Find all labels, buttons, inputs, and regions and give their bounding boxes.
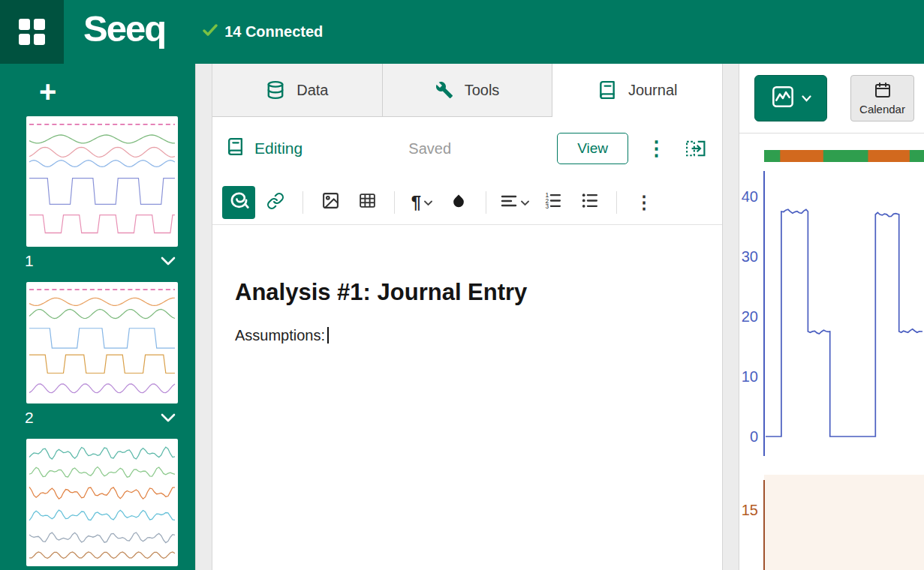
right-panel-gutter xyxy=(722,64,739,570)
worksheet-label: 1 xyxy=(25,252,34,270)
text-color-button[interactable] xyxy=(442,186,475,219)
editing-mode-indicator: Editing xyxy=(226,137,302,160)
toolbar-separator xyxy=(302,191,303,214)
chevron-down-icon xyxy=(521,196,529,209)
left-panel-gutter xyxy=(195,64,212,570)
line-chart-icon xyxy=(771,85,795,112)
journal-overflow-menu-icon[interactable]: ⋮ xyxy=(646,139,667,159)
toolbar-separator xyxy=(394,191,395,214)
align-button[interactable] xyxy=(497,186,532,219)
tab-label: Journal xyxy=(628,82,678,99)
trend-chart-svg: 40302010015 xyxy=(739,134,924,570)
editing-label: Editing xyxy=(254,140,302,158)
tab-tools[interactable]: Tools xyxy=(383,64,553,116)
chevron-down-icon xyxy=(802,92,811,105)
database-icon xyxy=(266,80,285,100)
bullet-list-icon xyxy=(580,191,599,213)
worksheet-thumbnail-2[interactable] xyxy=(26,282,178,404)
svg-text:30: 30 xyxy=(742,248,758,265)
editor-toolbar: ¶ xyxy=(212,180,722,225)
svg-text:10: 10 xyxy=(742,368,758,385)
svg-text:3: 3 xyxy=(545,202,549,210)
worksheet-menu-chevron-icon[interactable] xyxy=(161,413,176,422)
seeq-app: Seeq 14 Connected + 1 2 xyxy=(0,0,924,570)
link-icon xyxy=(266,192,284,213)
trend-chart[interactable]: 40302010015 xyxy=(739,134,924,570)
journal-panel: Data Tools Journal xyxy=(212,64,722,570)
calendar-button[interactable]: Calendar xyxy=(850,75,914,122)
connected-label: 14 Connected xyxy=(224,23,323,40)
calendar-icon xyxy=(874,81,892,101)
insert-link-button[interactable] xyxy=(259,186,292,219)
journal-book-icon xyxy=(226,137,245,160)
worksheet-row-1: 1 xyxy=(25,250,176,272)
align-left-icon xyxy=(500,192,518,213)
chevron-down-icon xyxy=(424,196,432,209)
add-worksheet-button[interactable]: + xyxy=(39,77,65,106)
overflow-menu-icon: ⋮ xyxy=(635,194,653,212)
ordered-list-button[interactable]: 123 xyxy=(536,186,569,219)
paragraph-style-button[interactable]: ¶ xyxy=(405,186,438,219)
view-button[interactable]: View xyxy=(557,133,628,164)
image-icon xyxy=(321,191,340,213)
worksheet-label: 2 xyxy=(25,409,34,427)
svg-text:0: 0 xyxy=(750,428,758,445)
worksheet-thumbnail-3[interactable] xyxy=(26,439,178,566)
worksheet-row-2: 2 xyxy=(25,407,176,428)
worksheet-preview-image-1 xyxy=(26,116,178,247)
droplet-icon xyxy=(450,193,467,212)
svg-text:40: 40 xyxy=(742,188,758,205)
trend-toolbar: Calendar xyxy=(739,64,924,134)
worksheet-thumbnail-1[interactable] xyxy=(26,116,178,247)
panel-tabs: Data Tools Journal xyxy=(212,64,722,117)
table-icon xyxy=(358,191,377,213)
toolbar-overflow-button[interactable]: ⋮ xyxy=(628,186,661,219)
svg-text:15: 15 xyxy=(742,502,758,518)
journal-status-bar: Editing Saved View ⋮ xyxy=(212,117,722,180)
seeq-logo: Seeq xyxy=(83,12,165,51)
journal-body: Assumptions: xyxy=(235,327,700,344)
bullet-list-button[interactable] xyxy=(573,186,606,219)
app-grid-button[interactable] xyxy=(0,0,64,64)
insert-table-button[interactable] xyxy=(351,186,384,219)
toolbar-separator xyxy=(616,191,617,214)
seeq-swoosh-icon xyxy=(229,190,249,214)
wrench-icon xyxy=(435,81,453,99)
seeq-annotate-button[interactable] xyxy=(222,186,255,219)
worksheet-preview-image-3 xyxy=(26,439,178,566)
trend-view-button[interactable] xyxy=(754,75,827,122)
numbered-list-icon: 123 xyxy=(543,191,562,213)
text-cursor xyxy=(327,327,329,344)
journal-title: Analysis #1: Journal Entry xyxy=(235,279,700,306)
journal-book-icon xyxy=(597,80,617,100)
tab-journal[interactable]: Journal xyxy=(552,64,722,117)
grid-icon xyxy=(19,19,45,45)
paragraph-icon: ¶ xyxy=(411,194,421,212)
journal-editor[interactable]: Analysis #1: Journal Entry Assumptions: xyxy=(212,225,722,570)
open-presentation-icon[interactable] xyxy=(685,139,707,158)
worksheet-menu-chevron-icon[interactable] xyxy=(161,256,176,266)
tab-label: Tools xyxy=(465,82,500,99)
tab-label: Data xyxy=(296,82,328,99)
trend-panel: Calendar 40302010015 xyxy=(739,64,924,570)
calendar-label: Calendar xyxy=(859,103,905,116)
worksheet-preview-image-2 xyxy=(26,282,178,404)
connected-check-icon xyxy=(203,23,218,40)
top-bar: Seeq 14 Connected xyxy=(0,0,924,64)
svg-text:20: 20 xyxy=(742,308,758,325)
insert-image-button[interactable] xyxy=(314,186,347,219)
saved-status: Saved xyxy=(408,140,451,158)
tab-data[interactable]: Data xyxy=(212,64,383,116)
connection-status[interactable]: 14 Connected xyxy=(203,23,323,40)
toolbar-separator xyxy=(486,191,486,214)
worksheet-sidebar: + 1 2 xyxy=(0,64,195,570)
